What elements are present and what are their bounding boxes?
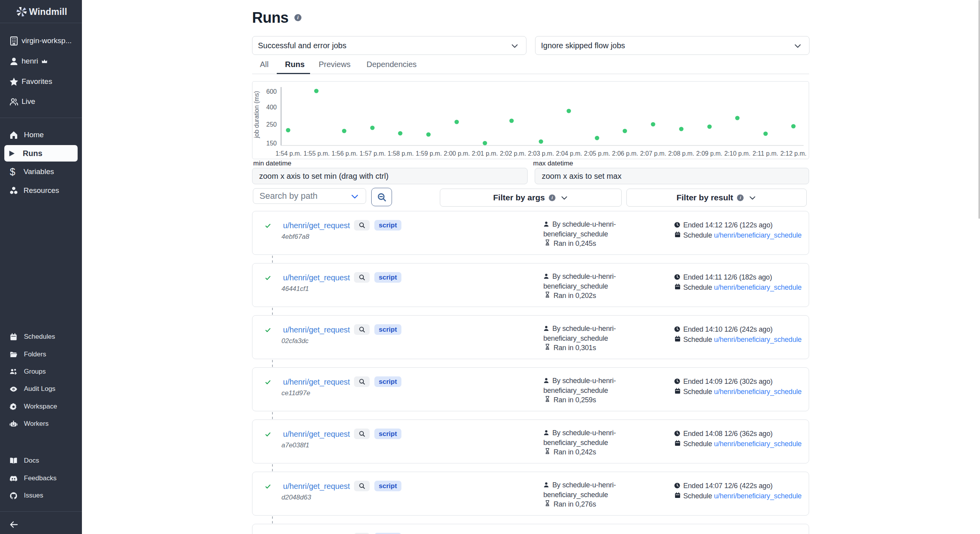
svg-text:2:11 p.m.: 2:11 p.m. (753, 150, 779, 157)
svg-text:1:59 p.m.: 1:59 p.m. (416, 150, 442, 157)
svg-text:1:58 p.m.: 1:58 p.m. (388, 150, 414, 157)
svg-text:250: 250 (266, 121, 277, 128)
svg-text:1:57 p.m.: 1:57 p.m. (359, 150, 386, 157)
svg-text:2:08 p.m.: 2:08 p.m. (668, 150, 694, 157)
svg-text:2:07 p.m.: 2:07 p.m. (640, 150, 666, 157)
svg-text:2:05 p.m.: 2:05 p.m. (584, 150, 610, 157)
svg-text:2:02 p.m.: 2:02 p.m. (500, 150, 526, 157)
svg-text:150: 150 (266, 140, 277, 147)
svg-text:1:55 p.m.: 1:55 p.m. (303, 150, 330, 157)
svg-text:2:06 p.m.: 2:06 p.m. (612, 150, 638, 157)
svg-text:2:03 p.m.: 2:03 p.m. (528, 150, 554, 157)
svg-text:2:12 p.m.: 2:12 p.m. (780, 150, 807, 157)
svg-text:2:04 p.m.: 2:04 p.m. (556, 150, 582, 157)
svg-text:2:10 p.m.: 2:10 p.m. (724, 150, 751, 157)
svg-text:2:00 p.m.: 2:00 p.m. (444, 150, 470, 157)
svg-text:600: 600 (266, 88, 277, 95)
svg-text:2:01 p.m.: 2:01 p.m. (472, 150, 498, 157)
svg-text:job duration (ms): job duration (ms) (253, 91, 260, 138)
svg-text:1:56 p.m.: 1:56 p.m. (332, 150, 358, 157)
svg-text:400: 400 (266, 104, 277, 111)
svg-text:1:54 p.m.: 1:54 p.m. (276, 150, 302, 157)
svg-text:2:09 p.m.: 2:09 p.m. (696, 150, 722, 157)
